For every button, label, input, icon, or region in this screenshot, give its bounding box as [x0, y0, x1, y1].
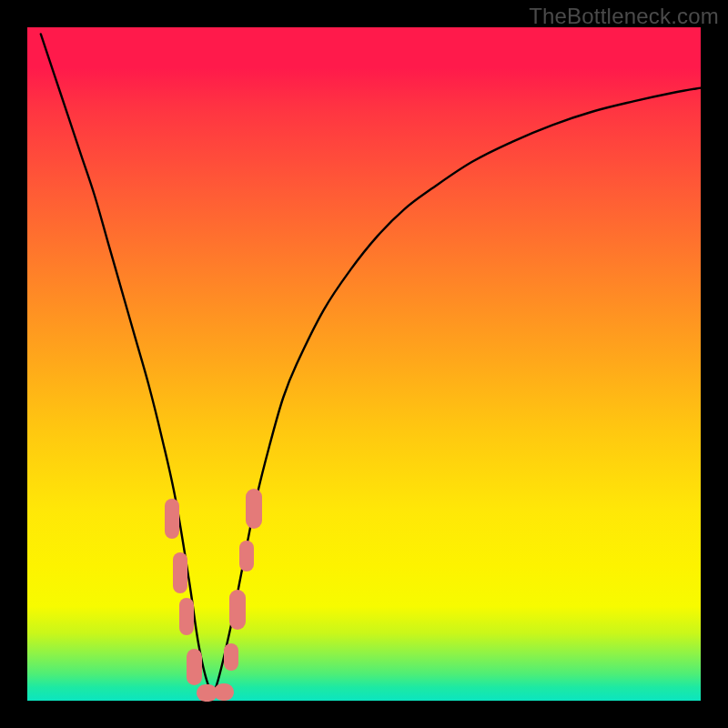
- data-marker: [246, 489, 262, 529]
- data-marker: [173, 552, 187, 592]
- curve-svg: [27, 27, 701, 701]
- watermark-text: TheBottleneck.com: [529, 4, 719, 29]
- data-marker: [179, 598, 194, 635]
- bottleneck-curve: [41, 34, 701, 693]
- data-marker: [224, 643, 238, 671]
- data-marker: [239, 541, 254, 571]
- data-marker: [165, 499, 179, 539]
- plot-area: [27, 27, 701, 701]
- data-marker: [187, 649, 201, 686]
- data-marker: [214, 683, 234, 701]
- chart-frame: TheBottleneck.com: [0, 0, 728, 728]
- data-marker: [229, 590, 246, 630]
